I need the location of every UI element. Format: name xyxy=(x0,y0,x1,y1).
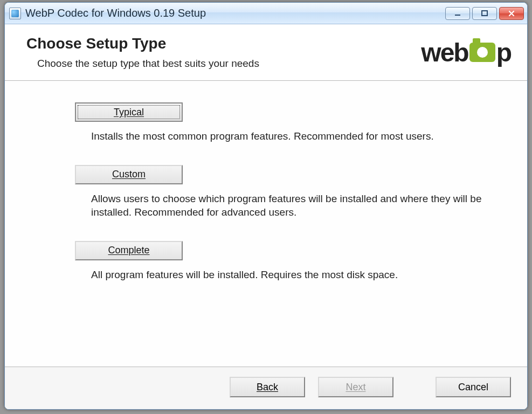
option-complete: Complete All program features will be in… xyxy=(75,241,506,282)
cancel-button[interactable]: Cancel xyxy=(436,377,511,397)
complete-label: Complete xyxy=(108,245,149,256)
typical-description: Installs the most common program feature… xyxy=(91,129,490,143)
option-typical: Typical Installs the most common program… xyxy=(75,102,506,143)
complete-button[interactable]: Complete xyxy=(75,241,183,260)
header-text: Choose Setup Type Choose the setup type … xyxy=(26,35,259,70)
window-controls xyxy=(445,7,524,20)
wizard-header: Choose Setup Type Choose the setup type … xyxy=(5,24,527,81)
custom-label: Custom xyxy=(112,169,146,180)
svg-rect-1 xyxy=(482,11,487,16)
custom-description: Allows users to choose which program fea… xyxy=(91,192,490,219)
option-custom: Custom Allows users to choose which prog… xyxy=(75,165,506,219)
window-title: WebP Codec for Windows 0.19 Setup xyxy=(25,7,445,19)
back-button[interactable]: Back xyxy=(230,377,305,397)
page-title: Choose Setup Type xyxy=(26,35,259,52)
camera-icon xyxy=(469,43,495,62)
webp-logo: web p xyxy=(421,38,511,67)
logo-text-left: web xyxy=(421,38,468,67)
typical-button[interactable]: Typical xyxy=(75,102,183,122)
next-label: Next xyxy=(346,382,365,393)
installer-window: WebP Codec for Windows 0.19 Setup Choose… xyxy=(4,2,528,410)
complete-description: All program features will be installed. … xyxy=(91,268,490,282)
maximize-button[interactable] xyxy=(472,7,497,20)
spacer xyxy=(406,377,423,397)
custom-button[interactable]: Custom xyxy=(75,165,183,184)
back-label: Back xyxy=(257,382,278,393)
page-subtitle: Choose the setup type that best suits yo… xyxy=(37,58,259,70)
app-icon xyxy=(9,8,21,19)
minimize-button[interactable] xyxy=(445,7,470,20)
wizard-footer: Back Next Cancel xyxy=(5,367,527,409)
close-button[interactable] xyxy=(499,7,524,20)
title-bar: WebP Codec for Windows 0.19 Setup xyxy=(5,3,527,24)
next-button: Next xyxy=(318,377,393,397)
typical-label: Typical xyxy=(114,107,144,118)
svg-rect-0 xyxy=(455,15,460,16)
wizard-body: Typical Installs the most common program… xyxy=(5,81,527,367)
cancel-label: Cancel xyxy=(458,382,488,393)
logo-text-right: p xyxy=(496,38,511,67)
